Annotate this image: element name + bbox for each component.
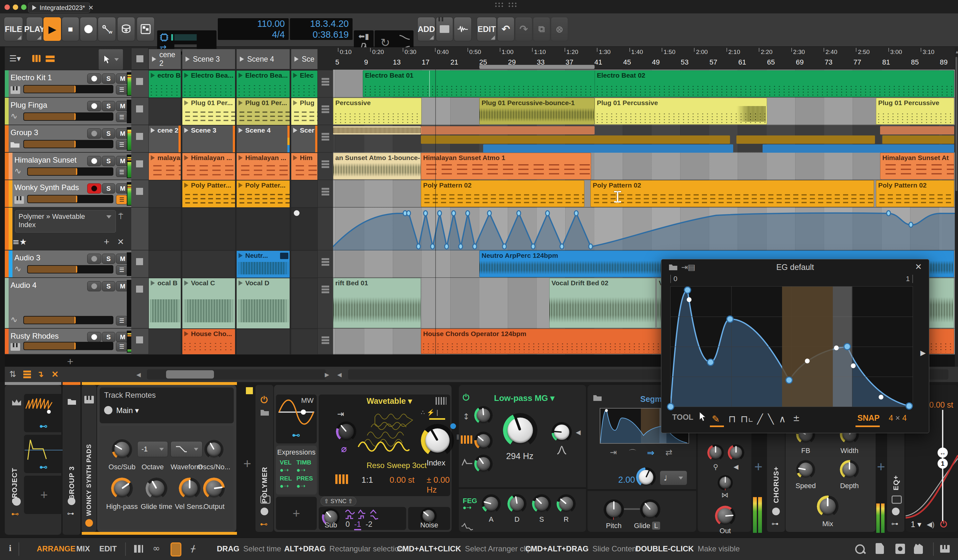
volume-fader[interactable] (23, 140, 113, 148)
add-instrument-track-button[interactable] (436, 17, 453, 41)
eg-point[interactable] (667, 403, 674, 411)
overdub-button[interactable] (117, 17, 135, 41)
phase-knob[interactable] (336, 421, 356, 442)
launcher-empty-cell[interactable] (149, 251, 181, 278)
clip-stop-button[interactable] (136, 258, 143, 265)
track-menu-button[interactable]: ☰ (116, 316, 127, 325)
expression-vel[interactable]: VEL●➝ (280, 459, 295, 474)
eg-point[interactable] (905, 403, 913, 410)
automation-write-button[interactable]: w (98, 17, 116, 41)
eq-gain-value[interactable]: 0.00 st (929, 400, 953, 409)
launcher-clip-ectro-bea-[interactable]: ectro Bea... (149, 70, 181, 98)
wonky-rail[interactable]: WONKY SYNTH PADS (82, 385, 97, 532)
launcher-empty-cell[interactable] (291, 278, 318, 329)
scene-launch-meter-icon[interactable] (322, 187, 329, 195)
launcher-overview-icon[interactable] (23, 371, 31, 378)
record-arm-button[interactable] (87, 73, 101, 84)
automation-point[interactable] (423, 210, 428, 216)
eg-handle[interactable] (834, 345, 839, 350)
track-menu-button[interactable]: ☰ (116, 342, 127, 351)
add-modulator-button[interactable]: + (276, 497, 317, 530)
launcher-clip-elec[interactable]: Elec (291, 70, 318, 98)
launcher-empty-cell[interactable] (236, 208, 290, 251)
solo-button[interactable]: S (102, 332, 115, 342)
arranger-clip-electro-beat-01[interactable]: Electro Beat 01 (363, 70, 604, 97)
snap-grid-icon[interactable] (134, 545, 143, 553)
eg-point[interactable] (707, 359, 714, 366)
osc-type-select[interactable]: Wavetable ▾ (366, 397, 412, 406)
launcher-empty-cell[interactable] (182, 208, 235, 251)
mode-arrange[interactable]: ARRANGE (37, 544, 75, 553)
scene-launch-meter-icon[interactable] (322, 160, 329, 168)
keytrack-knob[interactable] (474, 432, 493, 450)
filter-power-icon[interactable]: ⏻ (463, 393, 469, 403)
arranger-clip-an-sunset-atmo-1-bounce-[interactable]: an Sunset Atmo 1-bounce-: (333, 153, 421, 179)
track-header-rusty-rhodes[interactable]: Rusty RhodesSM☰ (5, 329, 131, 355)
polymer-rail[interactable]: ⏻ POLYMER ⊷ (255, 385, 273, 532)
remote-knob-icon[interactable] (892, 508, 899, 515)
arranger-clip-rift-bed-01[interactable]: rift Bed 01 (333, 278, 421, 328)
arranger-view-icon[interactable] (46, 55, 55, 62)
arranger-clip-electro-beat-02[interactable]: Electro Beat 02 (595, 70, 954, 97)
scene-play-icon[interactable] (294, 57, 298, 62)
automation-point[interactable] (487, 210, 492, 216)
launcher-scrollbar[interactable] (147, 369, 326, 379)
arranger-clip-poly-pattern-02[interactable]: Poly Pattern 02 (590, 180, 874, 207)
virtual-keyboard-icon[interactable] (940, 545, 950, 553)
sync-badge[interactable]: ⇧ SYNC ⇧ (320, 497, 356, 506)
undo-button[interactable]: ↶ (497, 17, 514, 41)
add-menu-button[interactable]: ADD (417, 17, 435, 41)
launcher-clip-ocal-b[interactable]: ocal B (149, 278, 181, 329)
automation-point[interactable] (472, 243, 477, 249)
clip-launcher-view-icon[interactable] (32, 55, 41, 62)
scene-launch-meter-icon[interactable] (322, 105, 329, 113)
record-arm-button[interactable] (87, 281, 101, 291)
automation-point[interactable] (502, 243, 507, 249)
scene-header-3[interactable]: Scene 3 (182, 49, 235, 69)
automation-point[interactable] (560, 243, 564, 249)
clip-stop-button[interactable] (136, 286, 143, 293)
modulator-cell-lfo[interactable]: ⊷ (24, 394, 64, 432)
remote-knob-icon[interactable] (68, 497, 75, 505)
play-from-icon[interactable]: ▶ (920, 349, 926, 357)
favorite-star-icon[interactable]: ≡★ (13, 237, 27, 247)
scene-launch-meter-icon[interactable] (322, 257, 329, 266)
sub-octave--1[interactable]: -1 (354, 520, 361, 530)
routing-icon[interactable]: ⊶ (67, 509, 74, 517)
remote-knob[interactable] (203, 478, 225, 499)
launcher-clip-vocal-d[interactable]: Vocal D (236, 278, 290, 329)
eq-band-power-icon[interactable]: ⏻ (940, 519, 947, 529)
eg-handle[interactable] (805, 359, 810, 363)
index-knob[interactable] (421, 424, 454, 457)
arranger-clip-percussive[interactable]: Percussive (333, 98, 422, 125)
remote-knob[interactable] (205, 440, 224, 459)
remote-knob-icon[interactable] (260, 508, 268, 515)
osc-fine-hz[interactable]: ± 0.00 Hz (427, 475, 450, 495)
solo-button[interactable]: S (102, 73, 115, 84)
drive-knob[interactable] (474, 406, 493, 425)
launcher-clip-scene-4[interactable]: Scene 4 (236, 125, 290, 153)
arranger-clip-poly-pattern-02[interactable]: Poly Pattern 02 (421, 180, 584, 207)
cutoff-knob[interactable] (503, 413, 538, 447)
automation-lane-header[interactable]: Polymer » WavetableIndex⍑≡★+✕ (5, 208, 131, 251)
scene-launch-meter-icon[interactable] (322, 132, 329, 141)
mode-mix[interactable]: MIX (76, 544, 90, 553)
solo-button[interactable]: S (102, 254, 115, 264)
launcher-empty-cell[interactable] (291, 251, 318, 278)
record-arm-button[interactable] (87, 332, 101, 342)
automation-stop-dot[interactable] (294, 210, 300, 216)
eg-point[interactable] (726, 315, 733, 323)
track-menu-button[interactable]: ☰ (116, 167, 127, 177)
automation-point[interactable] (458, 243, 463, 249)
track-header-wonky-synth-pads[interactable]: Wonky Synth PadsSM☰ (5, 180, 131, 208)
track-menu-button[interactable]: ☰ (116, 195, 127, 205)
duplicate-button[interactable]: ⧉ (533, 17, 550, 41)
chorus-knob-speed[interactable] (796, 460, 815, 479)
vertical-scrollbar[interactable]: ▲ (955, 47, 958, 367)
phase-random-icon[interactable]: ⌀ (341, 443, 347, 454)
record-button[interactable] (80, 17, 97, 41)
scroll-left-icon[interactable]: ◀ (136, 371, 141, 378)
feg-knob-a[interactable] (482, 494, 501, 513)
key-amount-knob[interactable] (707, 444, 724, 461)
sub-octave--2[interactable]: -2 (366, 520, 372, 528)
